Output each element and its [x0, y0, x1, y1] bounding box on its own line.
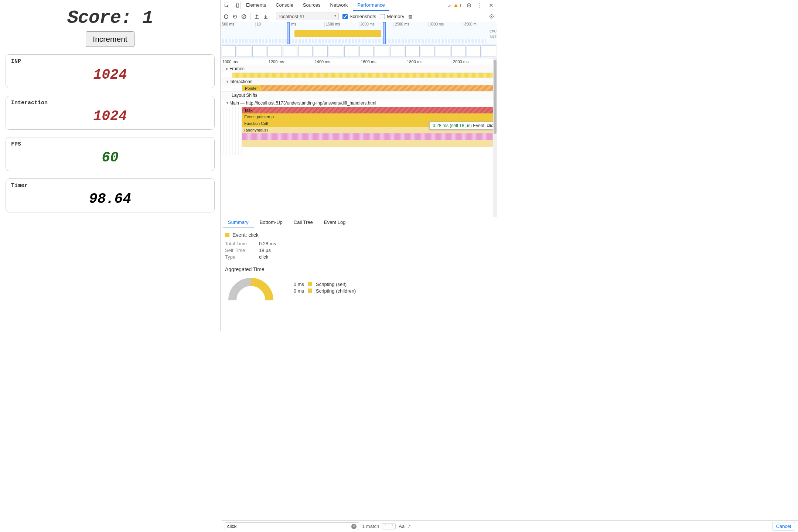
summary-row: Self Time18 µs	[225, 248, 493, 253]
download-icon[interactable]	[263, 14, 268, 19]
metric-card-interaction: Interaction 1024	[6, 96, 215, 130]
detail-tab-bottom-up[interactable]: Bottom-Up	[255, 217, 288, 228]
flame-chart-area[interactable]: 1000 ms 1200 ms 1400 ms 1600 ms 1800 ms …	[221, 58, 497, 217]
flame-task[interactable]: Task	[242, 107, 494, 113]
separator	[250, 13, 250, 20]
vertical-scrollbar[interactable]	[493, 58, 497, 217]
summary-row: Typeclick	[225, 254, 493, 260]
kebab-icon[interactable]: ⋮	[476, 1, 484, 10]
separator	[272, 13, 272, 20]
summary-pane: Event: click Total Time0.28 ms Self Time…	[221, 228, 497, 331]
gear-icon[interactable]	[465, 1, 473, 10]
memory-checkbox[interactable]: Memory	[380, 14, 404, 19]
metric-value: 1024	[11, 108, 209, 124]
cpu-activity-band	[294, 30, 381, 37]
svg-rect-2	[237, 3, 238, 7]
layout-shifts-section: Layout Shifts	[221, 92, 497, 99]
summary-row: Total Time0.28 ms	[225, 241, 493, 246]
screenshots-checkbox[interactable]: Screenshots	[342, 14, 376, 19]
metric-value: 98.64	[11, 191, 209, 207]
flame-event-pointerup[interactable]: Event: pointerup	[242, 113, 494, 120]
record-icon[interactable]	[224, 14, 229, 19]
detail-tab-summary[interactable]: Summary	[223, 217, 254, 228]
overview-lane-labels: CPU NET	[490, 29, 497, 39]
frames-strip	[232, 72, 497, 78]
clear-icon[interactable]	[241, 14, 246, 19]
interactions-header[interactable]: ▼Interactions	[221, 78, 497, 85]
devtools-tabbar: Elements Console Sources Network Perform…	[221, 0, 497, 11]
reload-icon[interactable]	[232, 14, 238, 19]
screenshot-filmstrip[interactable]	[221, 44, 497, 58]
devtools-panel: Elements Console Sources Network Perform…	[220, 0, 497, 331]
legend-row: 0 msScripting (self)	[288, 282, 356, 287]
score-value: 1	[142, 7, 153, 28]
warnings-badge[interactable]: 1	[454, 3, 462, 8]
score-label: Score:	[67, 7, 142, 28]
grid-bars	[221, 107, 242, 155]
device-toggle-icon[interactable]	[232, 1, 240, 10]
frames-section: ▶Frames	[221, 65, 497, 78]
main-thread-header[interactable]: ▼Main — http://localhost:5173/understand…	[221, 99, 497, 107]
tab-network[interactable]: Network	[326, 0, 352, 11]
tab-sources[interactable]: Sources	[299, 0, 325, 11]
performance-toolbar: localhost #1 Screenshots Memory	[221, 11, 497, 22]
tab-console[interactable]: Console	[271, 0, 298, 11]
settings-gear-icon[interactable]	[489, 14, 494, 19]
layout-shifts-header[interactable]: Layout Shifts	[221, 92, 497, 99]
summary-title: Event: click	[225, 232, 493, 238]
separator	[241, 2, 241, 9]
metric-label: FPS	[11, 141, 209, 147]
metric-card-inp: INP 1024	[6, 54, 215, 88]
score-heading: Score: 1	[6, 7, 215, 28]
detail-tab-call-tree[interactable]: Call Tree	[289, 217, 318, 228]
gc-icon[interactable]	[408, 14, 413, 19]
range-handle-left[interactable]	[287, 22, 290, 44]
metric-label: INP	[11, 58, 209, 65]
flame-stack[interactable]: Task Event: pointerup Function Call (ano…	[242, 107, 497, 155]
pointer-interaction-bar[interactable]: Pointer	[242, 85, 497, 91]
detail-tab-event-log[interactable]: Event Log	[319, 217, 351, 228]
svg-line-7	[242, 15, 245, 18]
frames-header[interactable]: ▶Frames	[221, 65, 497, 72]
net-activity-band	[222, 39, 486, 43]
metric-value: 1024	[11, 67, 209, 83]
detail-tabbar: Summary Bottom-Up Call Tree Event Log	[221, 217, 497, 228]
svg-rect-1	[233, 4, 236, 7]
svg-point-14	[491, 16, 492, 17]
inspect-icon[interactable]	[223, 1, 231, 10]
metric-card-fps: FPS 60	[6, 137, 215, 171]
flame-ruler: 1000 ms 1200 ms 1400 ms 1600 ms 1800 ms …	[221, 58, 497, 65]
tab-elements[interactable]: Elements	[242, 0, 270, 11]
tab-performance[interactable]: Performance	[353, 0, 389, 11]
close-icon[interactable]: ✕	[487, 1, 495, 10]
aggregated-legend: 0 msScripting (self) 0 msScripting (chil…	[288, 280, 356, 295]
metric-value: 60	[11, 150, 209, 166]
flame-layout-row[interactable]	[242, 133, 494, 140]
aggregated-title: Aggregated Time	[225, 266, 493, 272]
context-select[interactable]: localhost #1	[276, 13, 339, 20]
increment-button[interactable]: Increment	[86, 31, 134, 47]
svg-point-4	[468, 5, 470, 6]
legend-row: 0 msScripting (children)	[288, 288, 356, 294]
range-handle-right[interactable]	[383, 22, 386, 44]
metric-card-timer: Timer 98.64	[6, 178, 215, 212]
overview-ruler: 500 ms 10 ms 1500 ms 2000 ms 2500 ms 300…	[221, 22, 497, 27]
summary-swatch	[225, 233, 229, 237]
interactions-section: ▼Interactions Pointer	[221, 78, 497, 92]
metric-label: Interaction	[11, 100, 209, 106]
svg-point-5	[224, 15, 228, 18]
demo-page: Score: 1 Increment INP 1024 Interaction …	[0, 0, 220, 331]
timeline-overview[interactable]: 500 ms 10 ms 1500 ms 2000 ms 2500 ms 300…	[221, 22, 497, 44]
flame-tooltip: 0.28 ms (self 18 µs) Event: click	[429, 122, 497, 130]
flame-child-row[interactable]	[242, 140, 494, 147]
upload-icon[interactable]	[254, 14, 259, 19]
aggregated-donut	[225, 274, 277, 300]
more-tabs-icon[interactable]: »	[448, 3, 451, 8]
metric-label: Timer	[11, 183, 209, 189]
